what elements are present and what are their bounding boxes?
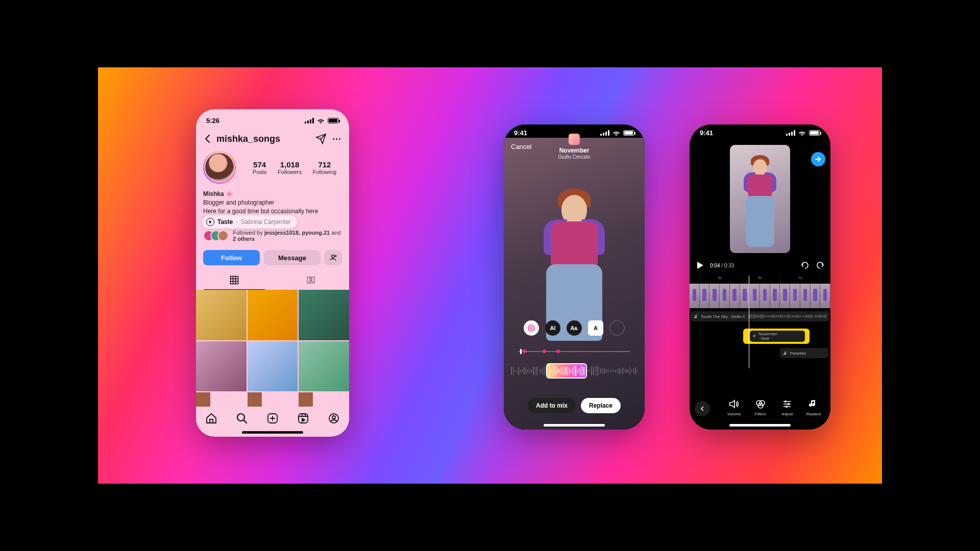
phone-timeline-editor: 9:41 0:04 / 0:33 ·3s·5s·7s· Touch The Sk… xyxy=(690,124,830,430)
tool-ai-button[interactable]: AI xyxy=(545,320,560,336)
tool-remove-button[interactable] xyxy=(524,320,539,336)
battery-icon xyxy=(809,130,820,136)
home-indicator xyxy=(544,424,605,427)
post-thumb[interactable] xyxy=(299,341,349,392)
post-thumb[interactable] xyxy=(196,341,247,392)
home-indicator xyxy=(242,431,303,434)
post-thumb[interactable] xyxy=(248,290,298,340)
bottom-nav xyxy=(196,407,349,430)
status-signals xyxy=(786,130,820,136)
profile-avatar[interactable] xyxy=(203,151,236,184)
post-thumb[interactable] xyxy=(299,290,349,340)
status-bar: 9:41 xyxy=(690,124,830,141)
replace-button[interactable]: Replace xyxy=(581,398,621,413)
tool-style-button[interactable]: A xyxy=(588,320,603,336)
svg-rect-2 xyxy=(299,414,308,423)
video-preview[interactable] xyxy=(730,145,790,253)
undo-button[interactable] xyxy=(800,260,810,270)
adjust-icon xyxy=(781,398,793,410)
tab-grid[interactable] xyxy=(196,270,273,290)
add-to-mix-button[interactable]: Add to mix xyxy=(528,398,576,413)
nav-home-icon[interactable] xyxy=(205,412,217,424)
audio-markers[interactable] xyxy=(518,351,630,352)
audio-waveform[interactable] xyxy=(511,361,638,381)
followed-by[interactable]: Followed by jessjess1018, pyoung.21 and … xyxy=(203,230,342,242)
post-thumb[interactable] xyxy=(299,392,313,407)
nav-reels-icon[interactable] xyxy=(297,412,309,424)
waveform-selection[interactable] xyxy=(546,363,587,379)
audio-track-3[interactable]: Paradise xyxy=(780,348,828,358)
playback-time: 0:04 / 0:33 xyxy=(710,263,734,268)
next-button[interactable] xyxy=(811,152,825,166)
redo-button[interactable] xyxy=(815,260,825,270)
phone-profile: 5:26 mishka_songs 574Posts 1,018Follower… xyxy=(196,109,349,437)
suggest-users-button[interactable] xyxy=(325,250,342,265)
post-thumb[interactable] xyxy=(196,290,247,340)
post-thumb[interactable] xyxy=(248,392,262,407)
back-icon[interactable] xyxy=(203,134,212,143)
status-signals xyxy=(600,130,634,136)
share-icon[interactable] xyxy=(315,133,327,144)
svg-point-10 xyxy=(788,403,790,405)
collapse-button[interactable] xyxy=(695,401,710,416)
tool-font-button[interactable]: Aᴀ xyxy=(567,320,582,336)
filters-icon xyxy=(755,398,766,410)
stat-following[interactable]: 712Following xyxy=(313,160,336,175)
play-button[interactable] xyxy=(695,260,705,270)
tool-volume[interactable]: Volume xyxy=(722,398,746,416)
profile-music-chip[interactable]: Taste · Sabrina Carpenter xyxy=(202,215,297,229)
svg-point-4 xyxy=(332,416,335,419)
profile-header: mishka_songs xyxy=(196,130,349,148)
playhead[interactable] xyxy=(749,276,750,368)
profile-stats-row: 574Posts 1,018Followers 712Following xyxy=(196,151,349,184)
status-time: 9:41 xyxy=(514,129,527,137)
battery-icon xyxy=(328,118,339,123)
video-frames[interactable] xyxy=(690,284,830,308)
music-note-icon xyxy=(783,351,788,356)
cellular-icon xyxy=(786,130,795,136)
volume-icon xyxy=(728,398,740,410)
tab-tagged[interactable] xyxy=(273,270,349,290)
replace-icon xyxy=(808,398,819,410)
playback-bar: 0:04 / 0:33 xyxy=(690,258,830,272)
status-time: 5:26 xyxy=(206,117,219,124)
promo-stage: 5:26 mishka_songs 574Posts 1,018Follower… xyxy=(98,67,882,484)
wifi-icon xyxy=(612,130,620,136)
music-note-icon xyxy=(694,314,698,319)
tool-more-button[interactable] xyxy=(609,320,625,336)
post-thumb[interactable] xyxy=(248,341,298,392)
tool-adjust[interactable]: Adjust xyxy=(775,398,799,416)
audio-track-2-selected[interactable]: November · Giuli xyxy=(743,329,810,344)
trim-handle-right[interactable] xyxy=(805,331,807,342)
audio-track-1[interactable]: Touch The Sky · Giulio C xyxy=(691,311,829,321)
editor-toolbar: Volume Filters Adjust Replace xyxy=(690,398,830,416)
text-tools: AI Aᴀ A xyxy=(504,320,645,336)
cellular-icon xyxy=(305,118,314,123)
more-icon[interactable] xyxy=(331,133,342,144)
nav-profile-icon[interactable] xyxy=(328,412,340,424)
trim-handle-left[interactable] xyxy=(745,331,748,342)
status-bar: 5:26 xyxy=(196,112,349,129)
stat-followers[interactable]: 1,018Followers xyxy=(278,160,302,175)
tool-filters[interactable]: Filters xyxy=(749,398,772,416)
status-bar: 9:41 xyxy=(504,124,645,141)
nav-create-icon[interactable] xyxy=(266,412,279,424)
home-indicator xyxy=(729,424,791,427)
posts-grid xyxy=(196,290,349,407)
wifi-icon xyxy=(317,118,325,123)
battery-icon xyxy=(623,130,634,136)
tool-replace[interactable]: Replace xyxy=(802,398,825,416)
status-time: 9:41 xyxy=(700,129,713,137)
post-thumb[interactable] xyxy=(196,392,210,407)
follow-button[interactable]: Follow xyxy=(203,250,260,265)
video-preview xyxy=(504,138,645,430)
play-icon xyxy=(206,218,214,226)
wifi-icon xyxy=(798,130,806,136)
nav-search-icon[interactable] xyxy=(236,412,248,424)
stat-posts[interactable]: 574Posts xyxy=(253,160,267,175)
message-button[interactable]: Message xyxy=(264,250,321,265)
music-note-icon xyxy=(753,334,756,339)
svg-point-11 xyxy=(786,406,788,408)
profile-username: mishka_songs xyxy=(216,134,280,144)
cellular-icon xyxy=(600,130,609,136)
